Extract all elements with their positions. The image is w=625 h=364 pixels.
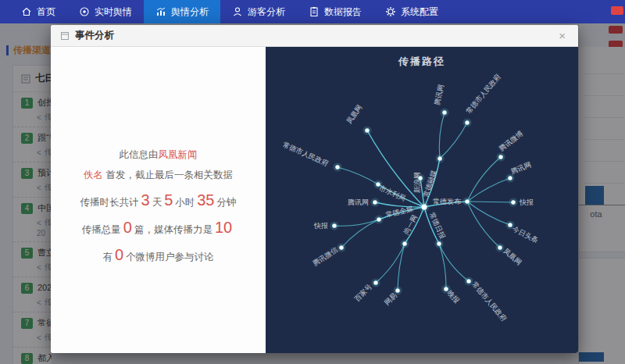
nav-item-3[interactable]: 游客分析	[220, 0, 297, 23]
close-icon[interactable]: ×	[555, 28, 569, 43]
graph-node[interactable]	[422, 205, 427, 210]
graph-node[interactable]	[395, 288, 399, 292]
graph-node-label: 晚报	[445, 289, 460, 305]
modal-body: 此信息由凤凰新闻 佚名 首发，截止最后一条相关数据 传播时长共计3天5小时35分…	[51, 47, 578, 353]
graph-node[interactable]	[498, 245, 502, 249]
graph-node[interactable]	[465, 120, 469, 124]
notification-badge	[611, 6, 623, 15]
user-icon	[232, 6, 243, 17]
graph-node[interactable]	[444, 287, 448, 291]
nav-item-label: 数据报告	[324, 5, 362, 19]
graph-node-label: 新浪网	[413, 172, 421, 193]
graph-node[interactable]	[373, 280, 377, 284]
graph-node[interactable]	[442, 110, 446, 114]
graph-node-label: 快报	[519, 198, 534, 206]
author-name: 佚名	[84, 170, 103, 180]
modal-title: 事件分析	[75, 29, 114, 42]
graph-node-label: 常德市人民政府	[281, 141, 330, 168]
summary-pane: 此信息由凤凰新闻 佚名 首发，截止最后一条相关数据 传播时长共计3天5小时35分…	[51, 47, 266, 353]
top-nav: 首页实时舆情舆情分析游客分析数据报告系统配置	[0, 0, 625, 23]
graph-edge	[439, 112, 445, 159]
graph-node[interactable]	[373, 200, 377, 204]
event-analysis-modal: 事件分析 × 此信息由凤凰新闻 佚名 首发，截止最后一条相关数据 传播时长共计3…	[51, 25, 578, 353]
home-icon	[21, 6, 32, 17]
graph-node-label: 常德市人民政府	[470, 280, 508, 323]
graph-node-label: 凤凰网	[345, 103, 364, 125]
graph-node-label: 凤凰网	[502, 247, 523, 266]
propagation-network[interactable]: 新浪网常德融媒腾讯网常德市人民政府常德发布腾讯微博腾讯网快报今日头条凤凰网常德日…	[266, 47, 578, 353]
duration-days: 3	[141, 191, 150, 209]
summary-line-1: 此信息由凤凰新闻	[55, 148, 261, 162]
target-icon	[79, 6, 90, 17]
graph-node-label: 市水利局	[378, 184, 407, 202]
nav-item-label: 游客分析	[248, 5, 285, 19]
duration-hours: 5	[164, 191, 173, 209]
nav-item-label: 舆情分析	[171, 5, 209, 19]
graph-edge	[467, 202, 513, 202]
window-icon	[60, 31, 70, 41]
graph-node[interactable]	[466, 279, 470, 283]
graph-node[interactable]	[377, 217, 380, 221]
graph-node[interactable]	[335, 165, 339, 169]
summary-line-2: 佚名 首发，截止最后一条相关数据	[55, 169, 261, 182]
graph-node-label: 常德发布	[433, 198, 462, 205]
summary-weibo: 有0个微博用户参与讨论	[55, 246, 261, 264]
graph-edge	[338, 167, 378, 184]
nav-item-1[interactable]: 实时舆情	[67, 0, 144, 23]
summary-duration: 传播时长共计3天5小时35分钟	[55, 191, 261, 209]
graph-node-label: 腾讯网	[509, 161, 532, 176]
modal-header: 事件分析 ×	[51, 25, 578, 47]
graph-node-label: 常德融媒	[422, 169, 438, 198]
graph-edge	[341, 219, 379, 248]
graph-node-label: 快报	[313, 222, 328, 230]
graph-edge	[440, 123, 467, 159]
nav-item-label: 首页	[37, 5, 55, 19]
graph-node-label: 腾讯网	[348, 198, 369, 206]
total-count: 0	[123, 219, 132, 236]
nav-item-0[interactable]: 首页	[9, 0, 67, 23]
graph-node[interactable]	[508, 223, 512, 227]
graph-node-label: 常德市人民政府	[465, 73, 502, 116]
graph-edge	[375, 202, 424, 207]
graph-edge	[467, 202, 500, 248]
graph-node-label: 百家号	[352, 283, 373, 304]
graph-node-label: 腾讯微信	[312, 245, 340, 267]
media-power: 10	[215, 219, 232, 236]
graph-node-label: 腾讯微博	[498, 130, 525, 153]
nav-item-2[interactable]: 舆情分析	[144, 0, 220, 23]
summary-total: 传播总量0篇，媒体传播力是10	[55, 219, 261, 237]
graph-edge	[467, 157, 501, 202]
propagation-graph-panel: 传播路径 新浪网常德融媒腾讯网常德市人民政府常德发布腾讯微博腾讯网快报今日头条凤…	[266, 47, 578, 353]
chart-icon	[155, 6, 166, 17]
graph-node[interactable]	[438, 156, 441, 160]
graph-node[interactable]	[332, 223, 336, 227]
report-icon	[309, 6, 320, 17]
graph-node-label: 腾讯网	[433, 84, 445, 105]
graph-node[interactable]	[498, 155, 502, 159]
weibo-count: 0	[115, 246, 123, 263]
nav-item-label: 实时舆情	[95, 5, 132, 19]
graph-node[interactable]	[402, 241, 406, 245]
graph-node[interactable]	[365, 128, 369, 132]
nav-item-label: 系统配置	[401, 5, 438, 19]
graph-edge	[467, 202, 510, 225]
nav-item-5[interactable]: 系统配置	[373, 0, 450, 23]
graph-node[interactable]	[465, 199, 469, 203]
source-name: 凤凰新闻	[159, 149, 198, 160]
graph-node-label: 今日头条	[511, 225, 540, 244]
nav-item-4[interactable]: 数据报告	[297, 0, 373, 23]
graph-node[interactable]	[511, 200, 515, 204]
graph-node[interactable]	[437, 241, 441, 245]
graph-node[interactable]	[339, 245, 343, 249]
duration-minutes: 35	[197, 191, 214, 209]
graph-node[interactable]	[508, 176, 512, 180]
gear-icon	[385, 6, 396, 17]
